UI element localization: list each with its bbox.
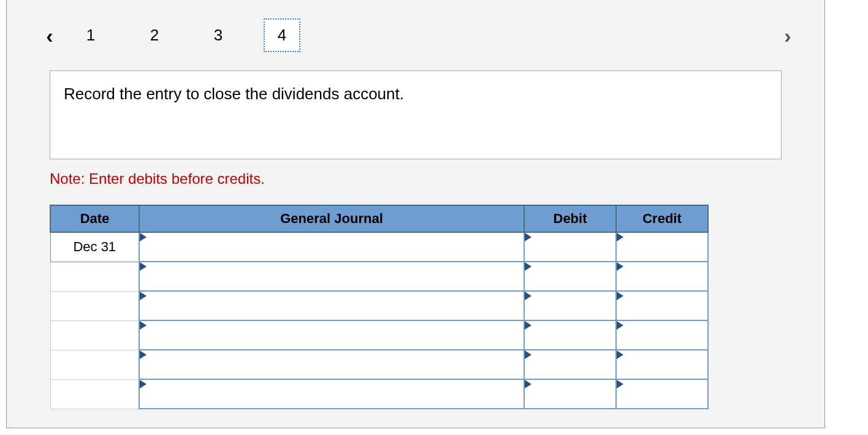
general-journal-input[interactable] <box>139 262 524 291</box>
dropdown-indicator-icon <box>617 292 623 300</box>
credit-input[interactable] <box>616 350 708 379</box>
dropdown-indicator-icon <box>140 262 147 271</box>
credit-input[interactable] <box>616 262 708 291</box>
date-cell-empty <box>50 350 139 379</box>
general-journal-input[interactable] <box>139 350 524 379</box>
date-cell: Dec 31 <box>50 232 139 262</box>
dropdown-indicator-icon <box>617 321 623 330</box>
dropdown-indicator-icon <box>140 292 147 300</box>
debit-input[interactable] <box>524 320 616 350</box>
tabs-row: ‹ 1234 › <box>7 0 824 58</box>
table-row: Dec 31 <box>50 232 708 262</box>
journal-table-wrap: Date General Journal Debit Credit Dec 31 <box>50 205 782 409</box>
dropdown-indicator-icon <box>617 350 623 359</box>
chevron-right-icon[interactable]: › <box>779 25 797 46</box>
table-row <box>50 379 708 409</box>
tab-3[interactable]: 3 <box>200 18 237 52</box>
debit-input[interactable] <box>524 291 616 320</box>
chevron-left-icon[interactable]: ‹ <box>40 25 59 46</box>
credit-input[interactable] <box>616 320 708 350</box>
credit-input[interactable] <box>616 232 708 262</box>
dropdown-indicator-icon <box>140 233 147 241</box>
general-journal-input[interactable] <box>139 320 524 350</box>
col-header-date: Date <box>50 205 139 232</box>
dropdown-indicator-icon <box>140 380 147 388</box>
col-header-credit: Credit <box>616 205 708 232</box>
credit-input[interactable] <box>616 291 708 320</box>
dropdown-indicator-icon <box>140 321 147 330</box>
col-header-general-journal: General Journal <box>139 205 524 232</box>
journal-table: Date General Journal Debit Credit Dec 31 <box>50 205 709 409</box>
question-panel: ‹ 1234 › Record the entry to close the d… <box>6 0 825 428</box>
dropdown-indicator-icon <box>525 380 531 388</box>
credit-input[interactable] <box>616 379 708 409</box>
table-row <box>50 262 708 291</box>
debit-input[interactable] <box>524 350 616 379</box>
col-header-debit: Debit <box>524 205 616 232</box>
dropdown-indicator-icon <box>525 233 531 241</box>
general-journal-input[interactable] <box>139 379 524 409</box>
tab-2[interactable]: 2 <box>136 18 173 52</box>
table-row <box>50 291 708 320</box>
dropdown-indicator-icon <box>525 321 531 330</box>
prompt-text: Record the entry to close the dividends … <box>64 85 404 103</box>
debit-input[interactable] <box>524 379 616 409</box>
dropdown-indicator-icon <box>140 350 147 359</box>
dropdown-indicator-icon <box>617 233 623 241</box>
tab-1[interactable]: 1 <box>72 18 109 52</box>
note-text: Note: Enter debits before credits. <box>50 170 782 187</box>
dropdown-indicator-icon <box>525 262 531 271</box>
table-row <box>50 350 708 379</box>
date-cell-empty <box>50 379 139 409</box>
prompt-box: Record the entry to close the dividends … <box>50 70 782 159</box>
dropdown-indicator-icon <box>525 350 531 359</box>
general-journal-input[interactable] <box>139 291 524 320</box>
dropdown-indicator-icon <box>617 262 623 271</box>
date-cell-empty <box>50 320 139 350</box>
debit-input[interactable] <box>524 232 616 262</box>
debit-input[interactable] <box>524 262 616 291</box>
tab-4[interactable]: 4 <box>264 18 300 52</box>
dropdown-indicator-icon <box>525 292 531 300</box>
date-cell-empty <box>50 291 139 320</box>
table-row <box>50 320 708 350</box>
general-journal-input[interactable] <box>139 232 524 262</box>
dropdown-indicator-icon <box>617 380 623 388</box>
date-cell-empty <box>50 262 139 291</box>
